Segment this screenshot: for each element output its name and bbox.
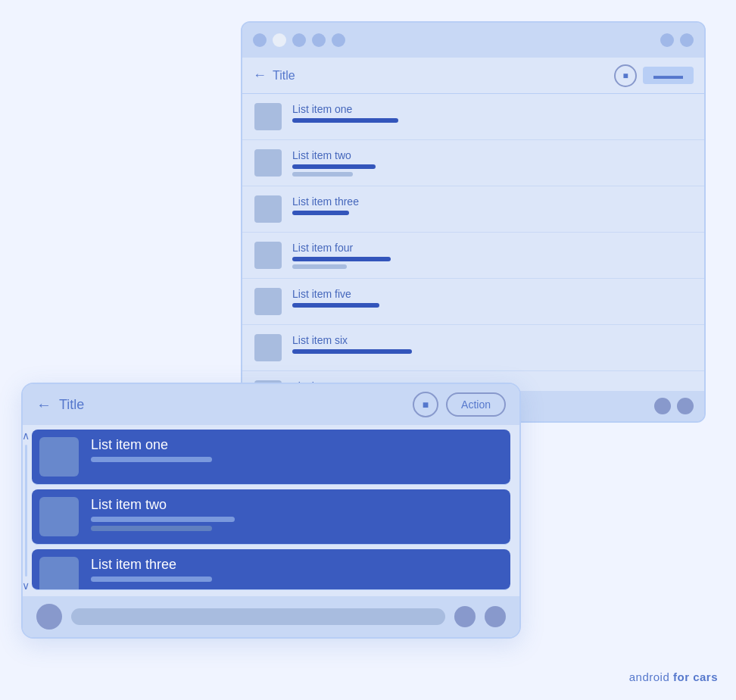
list-item-thumbnail <box>254 195 282 223</box>
list-item-thumbnail <box>254 288 282 315</box>
bottom-bar-small-circle-1 <box>454 606 476 627</box>
bottom-bar-small-circle-2 <box>485 606 506 627</box>
title-bar-right-dot-2 <box>680 33 694 47</box>
square-icon: ■ <box>423 398 429 411</box>
front-list-item-content: List item one <box>91 437 212 462</box>
list-item-title: List item two <box>292 149 376 161</box>
front-window-bottom-bar <box>23 596 519 637</box>
front-list-item-thumbnail <box>39 557 79 590</box>
front-list-item-thumbnail <box>39 437 79 477</box>
list-item-content: List item five <box>292 288 379 308</box>
front-list-item-bar-primary <box>91 517 235 522</box>
action-button-label: Action <box>461 398 491 411</box>
front-list-item-content: List item two <box>91 497 235 531</box>
front-window: ∧ ∨ ← Title ■ Action List item one List … <box>21 383 521 639</box>
bottom-bar-circle <box>36 604 62 630</box>
front-list-item-bar-secondary <box>91 526 212 531</box>
title-bar-dot-2 <box>273 33 286 47</box>
front-window-title: Title <box>59 397 84 413</box>
list-item-title: List item five <box>292 288 379 300</box>
back-arrow-icon[interactable]: ← <box>253 67 267 83</box>
list-item[interactable]: List item five <box>242 279 704 325</box>
scroll-track <box>25 445 27 577</box>
back-window-title: Title <box>273 69 295 83</box>
list-item-title: List item three <box>292 195 359 208</box>
front-list-item-thumbnail <box>39 497 79 536</box>
action-button[interactable]: Action <box>446 392 506 417</box>
front-list-item-title: List item one <box>91 437 212 453</box>
back-window-text-button[interactable]: ▬▬▬ <box>643 67 694 84</box>
back-window-list: List item one List item two List item th… <box>242 94 704 417</box>
list-item-bar-primary <box>292 349 412 354</box>
list-item-bar-primary <box>292 118 398 123</box>
bottom-bar-right-dot-1 <box>654 398 671 414</box>
title-bar-dot-3 <box>292 33 306 47</box>
back-window-title-bar <box>242 23 704 58</box>
title-bar-dot-4 <box>312 33 326 47</box>
list-item[interactable]: List item one <box>242 94 704 140</box>
list-item-content: List item one <box>292 103 398 123</box>
list-item-thumbnail <box>254 149 282 177</box>
back-window: ← Title ■ ▬▬▬ List item one List item tw… <box>241 21 706 423</box>
front-window-icon-button[interactable]: ■ <box>413 392 438 417</box>
list-item[interactable]: List item six <box>242 325 704 371</box>
title-bar-right-dot-1 <box>660 33 674 47</box>
scroll-down-icon[interactable]: ∨ <box>22 580 30 592</box>
list-item-thumbnail <box>254 242 282 269</box>
front-list-item[interactable]: List item three <box>32 549 510 590</box>
scroll-up-icon[interactable]: ∧ <box>22 430 30 442</box>
list-item-content: List item four <box>292 242 391 269</box>
front-back-arrow-icon[interactable]: ← <box>36 396 51 414</box>
list-item-content: List item six <box>292 334 412 354</box>
back-window-icon-button[interactable]: ■ <box>614 64 637 87</box>
front-list-item-bar-primary <box>91 457 212 462</box>
list-item-title: List item one <box>292 103 398 115</box>
scroll-indicator: ∧ ∨ <box>23 425 29 596</box>
list-item-bar-primary <box>292 303 379 308</box>
bottom-bar-pill <box>71 608 445 625</box>
list-item-bar-primary <box>292 164 376 169</box>
front-window-app-bar: ← Title ■ Action <box>23 384 519 425</box>
square-icon: ■ <box>622 70 628 81</box>
list-item[interactable]: List item three <box>242 186 704 233</box>
front-window-list: List item one List item two List item th… <box>23 430 519 590</box>
list-item-bar-primary <box>292 211 349 215</box>
front-list-item-title: List item two <box>91 497 235 513</box>
list-item-bar-secondary <box>292 264 347 269</box>
title-bar-dot-1 <box>253 33 267 47</box>
title-bar-dot-5 <box>332 33 345 47</box>
list-item-thumbnail <box>254 103 282 130</box>
list-item-bar-secondary <box>292 172 353 177</box>
front-list-item-title: List item three <box>91 557 212 573</box>
list-item-title: List item four <box>292 242 391 254</box>
list-item-content: List item three <box>292 195 359 215</box>
front-list-item-bar-primary <box>91 577 212 582</box>
watermark: android for cars <box>629 670 718 683</box>
front-list-item[interactable]: List item one <box>32 430 510 485</box>
list-item-thumbnail <box>254 334 282 361</box>
list-item-title: List item six <box>292 334 412 346</box>
bottom-bar-right-dot-2 <box>677 398 694 414</box>
list-item[interactable]: List item four <box>242 233 704 279</box>
front-list-item-content: List item three <box>91 557 212 582</box>
text-btn-label: ▬▬▬ <box>653 70 683 81</box>
back-window-app-bar: ← Title ■ ▬▬▬ <box>242 58 704 94</box>
front-list-item[interactable]: List item two <box>32 489 510 545</box>
watermark-suffix: for cars <box>673 670 718 683</box>
list-item-content: List item two <box>292 149 376 177</box>
list-item-bar-primary <box>292 257 391 261</box>
list-item[interactable]: List item two <box>242 140 704 186</box>
watermark-prefix: android <box>629 670 670 683</box>
